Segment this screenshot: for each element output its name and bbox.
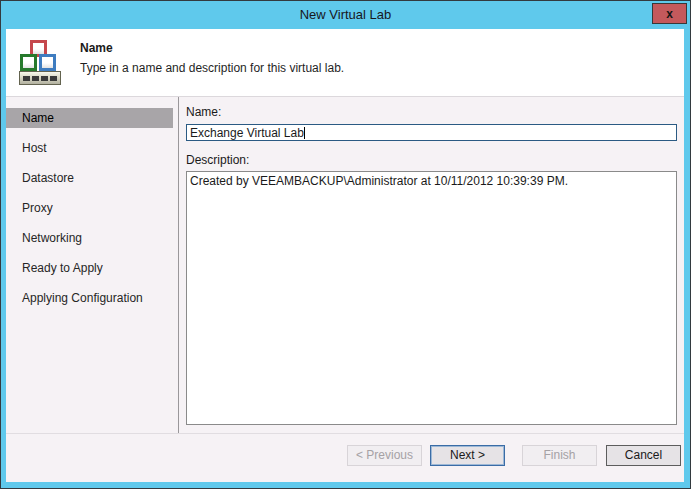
title-bar[interactable]: New Virtual Lab x [1,1,690,28]
sidebar-item-applying-configuration[interactable]: Applying Configuration [6,283,178,313]
virtual-lab-icon [19,39,61,87]
name-field-label: Name: [186,105,677,119]
new-virtual-lab-dialog: New Virtual Lab x Name Type in a name an… [0,0,691,489]
cancel-button[interactable]: Cancel [606,445,681,466]
description-field-label: Description: [186,153,677,167]
close-button[interactable]: x [652,3,687,24]
sidebar-item-host[interactable]: Host [6,133,178,163]
step-content: Name: Exchange Virtual Lab Description: … [179,97,684,433]
name-input-value: Exchange Virtual Lab [190,126,304,140]
sidebar-item-networking[interactable]: Networking [6,223,178,253]
description-value: Created by VEEAMBACKUP\Administrator at … [190,174,568,188]
sidebar-item-ready-to-apply[interactable]: Ready to Apply [6,253,178,283]
text-caret [304,127,305,139]
wizard-steps-sidebar: Name Host Datastore Proxy Networking Rea… [6,97,179,433]
step-title: Name [80,41,344,55]
network-hub-icon [19,71,61,85]
green-vm-square-icon [20,54,37,71]
window-title: New Virtual Lab [300,7,392,22]
wizard-buttons: < Previous Next > Finish Cancel [6,434,684,482]
blue-vm-square-icon [39,54,56,71]
sidebar-item-proxy[interactable]: Proxy [6,193,178,223]
sidebar-item-name[interactable]: Name [6,108,173,128]
description-textarea[interactable]: Created by VEEAMBACKUP\Administrator at … [186,171,677,425]
previous-button[interactable]: < Previous [347,445,422,466]
sidebar-item-datastore[interactable]: Datastore [6,163,178,193]
close-icon: x [666,7,673,21]
name-input[interactable]: Exchange Virtual Lab [186,124,677,141]
client-area: Name Type in a name and description for … [6,29,684,482]
finish-button[interactable]: Finish [522,445,597,466]
wizard-header: Name Type in a name and description for … [6,29,684,97]
next-button[interactable]: Next > [430,445,505,466]
step-subtitle: Type in a name and description for this … [80,61,344,75]
